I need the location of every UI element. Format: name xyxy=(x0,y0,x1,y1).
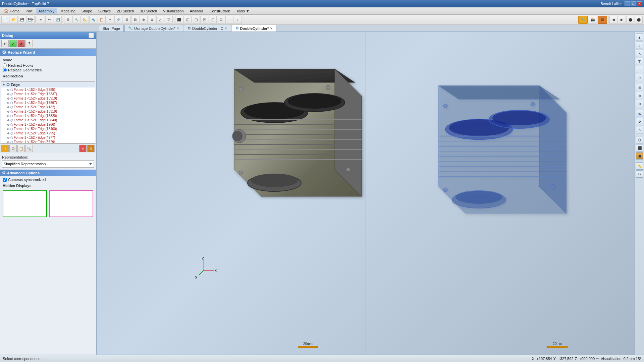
radio-redirect-input[interactable] xyxy=(3,63,7,67)
rt-btn-shaded[interactable]: ◼ xyxy=(636,152,643,160)
tree-item-3[interactable]: ⊕ ⬡ Forme 1 <152>:Edge(13897) xyxy=(1,101,95,105)
rt-btn-measure[interactable]: 📏 xyxy=(636,162,643,170)
rt-btn-zoom-fit[interactable]: ⊞ xyxy=(636,84,643,91)
cameras-sync-checkbox[interactable] xyxy=(3,178,7,182)
tree-item-10[interactable]: ⊕ ⬡ Forme 1 <152>:Edge(4295) xyxy=(1,131,95,135)
tb-right-3[interactable]: 🖥 xyxy=(598,16,607,24)
tb-right-2[interactable]: 📸 xyxy=(588,16,597,24)
dialog-close-x[interactable]: ✕ xyxy=(89,33,94,38)
dialog-back-btn[interactable]: ↩ xyxy=(1,40,9,47)
tree-item-12[interactable]: ⊕ ⬡ Forme 1 <152>:Edge(5529) xyxy=(1,140,95,143)
tb-assembly-7[interactable]: 🔗 xyxy=(114,16,122,24)
rt-btn-top[interactable]: ⊤ xyxy=(636,58,643,65)
tb-assembly-9[interactable]: ⊟ xyxy=(131,16,139,24)
rt-btn-iso[interactable]: ◇ xyxy=(636,74,643,81)
tab-doublecylinder-active[interactable]: ⚙ DoubleCylinder* ✕ xyxy=(232,25,277,32)
tree-item-0[interactable]: ⊕ ⬡ Forme 1 <152>:Edge(5555) xyxy=(1,87,95,92)
dialog-cancel-btn[interactable]: ✕ xyxy=(17,40,25,47)
menu-2dsketch[interactable]: 2D Sketch xyxy=(114,8,137,14)
tb-refresh[interactable]: 🔄 xyxy=(54,16,62,24)
rt-btn-zoom-in[interactable]: ⊕ xyxy=(636,92,643,99)
tb-view-4[interactable]: ◳ xyxy=(200,16,208,24)
menu-assembly[interactable]: Assembly xyxy=(36,8,57,14)
tb-open[interactable]: 📂 xyxy=(10,16,18,24)
replace-wizard-header[interactable]: ⚙ Replace Wizard xyxy=(0,49,96,56)
menu-home[interactable]: 🏠 Home xyxy=(1,8,22,14)
tb-saveall[interactable]: 💾+ xyxy=(26,16,35,24)
tb-redo[interactable]: ↪ xyxy=(45,16,53,24)
menu-shape[interactable]: Shape xyxy=(79,8,95,14)
rt-btn-select[interactable]: ↖ xyxy=(636,126,643,133)
tb-assembly-12[interactable]: △ xyxy=(156,16,164,24)
tb-assembly-13[interactable]: ▽ xyxy=(165,16,173,24)
viewport-3d[interactable]: Z x y 20mm 20mm xyxy=(97,32,635,355)
tb-right-4[interactable]: ◀ xyxy=(609,16,618,24)
tree-tb-btn-2[interactable]: ⬡ xyxy=(9,145,17,152)
dialog-ok-btn[interactable]: ✓ xyxy=(9,40,17,47)
menu-visualization[interactable]: Visualization xyxy=(160,8,186,14)
tb-assembly-5[interactable]: 📋 xyxy=(98,16,106,24)
representation-select[interactable]: Simplified Representation Full Represent… xyxy=(2,160,94,168)
rt-btn-front[interactable]: ↖ xyxy=(636,50,643,57)
tb-right-7[interactable]: ⬤ xyxy=(635,16,643,24)
tb-right-5[interactable]: ▶ xyxy=(618,16,626,24)
advanced-options-header[interactable]: ⚙ Advanced Options xyxy=(0,170,96,176)
tab-close-1[interactable]: ✕ xyxy=(177,27,179,30)
menu-tools[interactable]: Tools ▼ xyxy=(233,8,252,14)
tree-item-9[interactable]: ⊕ ⬡ Forme 1 <152>:Edge(18400) xyxy=(1,127,95,131)
menu-surface[interactable]: Surface xyxy=(96,8,114,14)
tree-tb-btn-6[interactable]: ⊞ xyxy=(87,145,95,152)
minimize-button[interactable]: ─ xyxy=(625,1,630,6)
tb-right-6[interactable]: ⬤ xyxy=(626,16,634,24)
tab-close-3[interactable]: ✕ xyxy=(270,27,273,30)
menu-analysis[interactable]: Analysis xyxy=(187,8,206,14)
tree-item-2[interactable]: ⊕ ⬡ Forme 1 <152>:Edge(13919) xyxy=(1,96,95,101)
menu-3dsketch[interactable]: 3D Sketch xyxy=(137,8,160,14)
tree-tb-btn-4[interactable]: 🔍 xyxy=(25,145,33,152)
tab-start-page[interactable]: Start Page xyxy=(99,25,124,32)
tb-new[interactable]: 📄 xyxy=(1,16,9,24)
tb-view-5[interactable]: ◲ xyxy=(209,16,217,24)
tree-item-4[interactable]: ⊕ ⬡ Forme 1 <152>:Edge(4132) xyxy=(1,105,95,109)
rt-btn-wire[interactable]: ⬡ xyxy=(636,136,643,143)
tb-assembly-4[interactable]: 🔩 xyxy=(89,16,97,24)
rt-btn-pan[interactable]: ✥ xyxy=(636,118,643,125)
tree-item-7[interactable]: ⊕ ⬡ Forme 1 <152>:Edge(13840) xyxy=(1,118,95,122)
rt-btn-rotate[interactable]: ⟲ xyxy=(636,110,643,117)
tree-item-1[interactable]: ⊕ ⬡ Forme 1 <152>:Edge(13337) xyxy=(1,92,95,96)
close-button[interactable]: ✕ xyxy=(637,1,642,6)
tab-doublecylinder-c[interactable]: ⚙ DoubleCylinder - C ✕ xyxy=(184,25,231,32)
rt-btn-section[interactable]: ✂ xyxy=(636,170,643,178)
rt-btn-solid[interactable]: ⬛ xyxy=(636,144,643,152)
tree-item-11[interactable]: ⊕ ⬡ Forme 1 <152>:Edge(4277) xyxy=(1,135,95,140)
menu-part[interactable]: Part xyxy=(23,8,35,14)
tb-view-1[interactable]: ⬛ xyxy=(175,16,183,24)
tab-usinage[interactable]: 🔧 Usinage DoubleCylinder* ✕ xyxy=(124,25,183,32)
tree-tb-btn-5[interactable]: ✕ xyxy=(79,145,87,152)
rt-btn-up[interactable]: ▲ xyxy=(636,34,643,41)
tb-view-6[interactable]: ⊡ xyxy=(217,16,225,24)
menu-construction[interactable]: Construction xyxy=(207,8,233,14)
tb-view-3[interactable]: ◰ xyxy=(192,16,200,24)
dialog-help-btn[interactable]: ? xyxy=(25,40,33,47)
tb-view-8[interactable]: ↕ xyxy=(234,16,242,24)
tb-assembly-6[interactable]: ✂ xyxy=(106,16,114,24)
maximize-button[interactable]: □ xyxy=(631,1,636,6)
tb-assembly-8[interactable]: ⊞ xyxy=(123,16,131,24)
tb-assembly-2[interactable]: 🔧 xyxy=(72,16,80,24)
tree-tb-btn-1[interactable]: ⇧ xyxy=(1,145,9,152)
menu-modeling[interactable]: Modeling xyxy=(58,8,78,14)
tb-assembly-3[interactable]: 📐 xyxy=(81,16,89,24)
tb-right-1[interactable]: 🔧 xyxy=(578,16,588,24)
tb-assembly-11[interactable]: ⊗ xyxy=(148,16,156,24)
rt-btn-home[interactable]: ⌂ xyxy=(636,42,643,49)
rt-btn-zoom-out[interactable]: ⊖ xyxy=(636,100,643,107)
tree-item-8[interactable]: ⊕ ⬡ Forme 1 <152>:Edge(1266) xyxy=(1,122,95,127)
tree-item-5[interactable]: ⊕ ⬡ Forme 1 <152>:Edge(13319) xyxy=(1,109,95,114)
tb-view-7[interactable]: ↔ xyxy=(225,16,233,24)
rt-btn-right-view[interactable]: → xyxy=(636,66,643,73)
tree-item-6[interactable]: ⊕ ⬡ Forme 1 <152>:Edge(13820) xyxy=(1,114,95,118)
tab-close-2[interactable]: ✕ xyxy=(225,27,227,30)
tb-view-2[interactable]: ◱ xyxy=(183,16,192,24)
tb-assembly-1[interactable]: ⚙ xyxy=(64,16,72,24)
